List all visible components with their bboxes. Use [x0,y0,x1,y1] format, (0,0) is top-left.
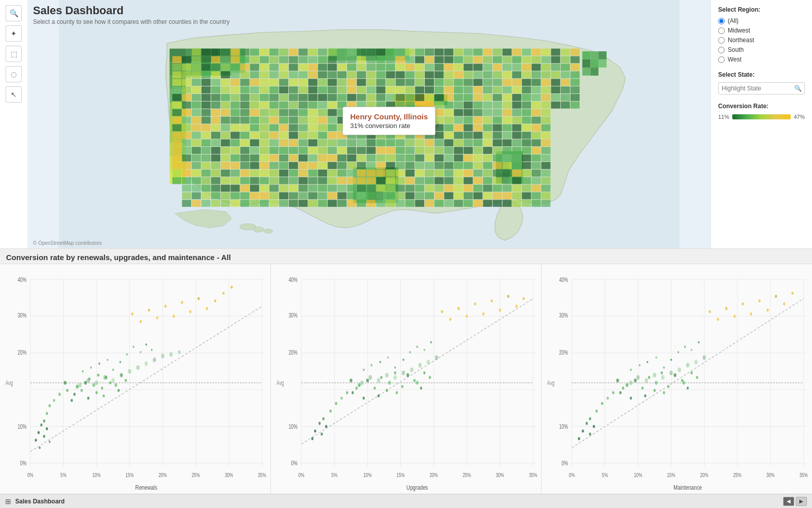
svg-point-1129 [612,391,614,394]
svg-point-1026 [377,394,379,397]
svg-text:30%: 30% [288,312,297,319]
region-midwest[interactable]: Midwest [718,27,805,34]
search-tool-btn[interactable]: 🔍 [6,5,22,21]
state-search-input[interactable] [718,82,805,94]
svg-rect-239 [250,177,259,184]
svg-rect-890 [570,56,580,64]
svg-rect-386 [318,177,327,184]
svg-rect-599 [415,200,424,207]
svg-rect-723 [473,185,483,192]
svg-point-978 [137,365,140,370]
svg-rect-71 [172,147,181,154]
nav-next-btn[interactable]: ▶ [796,497,807,506]
svg-rect-139 [211,56,220,64]
svg-rect-249 [260,94,269,101]
filter-panel: Select Region: (All) Midwest Northeast S… [710,0,812,248]
svg-text:15%: 15% [396,472,405,479]
svg-rect-446 [347,154,356,162]
svg-rect-92 [182,177,191,184]
renewals-scatter-svg[interactable]: Avg [0,264,270,494]
svg-rect-467 [357,154,366,162]
svg-rect-691 [464,102,473,109]
svg-point-1047 [490,299,492,302]
svg-rect-152 [211,154,220,162]
svg-rect-864 [542,139,551,146]
svg-rect-276 [269,139,279,146]
svg-rect-281 [269,177,279,184]
svg-rect-428 [337,177,347,184]
svg-rect-562 [405,79,415,86]
svg-rect-793 [512,79,521,86]
svg-rect-679 [454,170,463,177]
svg-rect-118 [201,56,211,64]
svg-rect-775 [502,102,512,109]
svg-rect-842 [531,132,540,139]
svg-point-1068 [368,375,372,379]
svg-rect-262 [260,192,269,199]
svg-rect-777 [502,117,512,124]
select-tool-btn[interactable]: ⬚ [6,46,22,62]
svg-rect-106 [192,124,201,132]
svg-rect-221 [240,200,249,207]
svg-rect-448 [347,170,356,177]
svg-rect-292 [279,102,288,109]
svg-point-1147 [647,361,648,364]
svg-rect-361 [308,147,317,154]
svg-point-922 [101,387,103,390]
osm-attribution: © OpenStreetMap contributors [33,240,102,246]
svg-point-921 [97,373,99,376]
svg-rect-244 [260,56,269,64]
svg-rect-434 [347,64,356,71]
region-all[interactable]: (All) [718,17,805,24]
region-west[interactable]: West [718,56,805,63]
svg-rect-522 [386,94,395,101]
svg-rect-537 [396,49,405,56]
pointer-tool-btn[interactable]: ↖ [6,86,22,103]
svg-rect-313 [289,102,298,109]
svg-rect-706 [473,56,483,64]
svg-point-1072 [401,370,405,375]
svg-rect-121 [201,79,211,86]
svg-rect-857 [542,86,551,93]
lasso-tool-btn[interactable]: ◌ [6,66,22,82]
svg-rect-374 [318,86,327,93]
svg-rect-180 [230,49,240,56]
svg-rect-314 [289,109,298,116]
svg-rect-837 [531,94,540,101]
svg-rect-431 [337,200,347,207]
svg-rect-764 [493,177,502,184]
svg-rect-733 [483,102,492,109]
svg-rect-214 [240,147,249,154]
svg-rect-530 [386,154,395,162]
star-tool-btn[interactable]: ✦ [6,25,22,42]
svg-rect-80 [182,86,191,93]
upgrades-scatter-svg[interactable]: Avg [271,264,542,494]
svg-point-1060 [423,348,425,351]
svg-rect-334 [298,102,308,109]
svg-rect-435 [347,71,356,78]
svg-rect-718 [473,147,483,154]
nav-prev-btn[interactable]: ◀ [783,497,794,506]
svg-rect-831 [531,49,540,56]
svg-rect-326 [289,200,298,207]
svg-rect-120 [201,71,211,78]
svg-rect-268 [269,79,279,86]
svg-rect-253 [260,124,269,132]
region-northeast[interactable]: Northeast [718,37,805,44]
svg-rect-413 [337,64,347,71]
svg-rect-151 [211,147,220,154]
svg-rect-183 [230,71,240,78]
svg-rect-896 [570,102,580,109]
svg-rect-584 [415,86,424,93]
svg-text:35%: 35% [258,472,266,479]
svg-rect-395 [328,86,337,93]
svg-point-1139 [750,312,752,315]
svg-point-958 [119,361,121,364]
svg-point-975 [112,378,115,383]
svg-rect-749 [493,64,502,71]
svg-rect-807 [512,185,521,192]
maintenance-scatter-svg[interactable]: Avg [542,264,812,494]
svg-rect-498 [376,71,385,78]
region-south[interactable]: South [718,46,805,53]
svg-rect-69 [172,132,181,139]
